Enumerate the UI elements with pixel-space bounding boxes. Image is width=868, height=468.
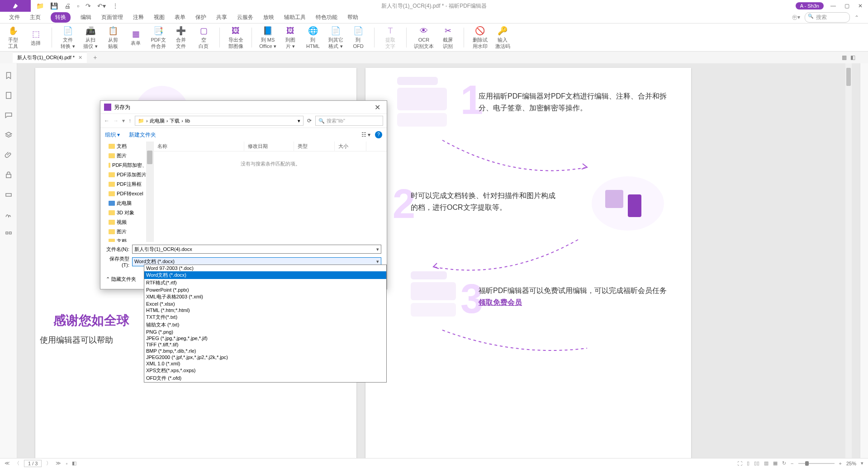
ribbon-item-0[interactable]: ✋手型 工具 <box>5 25 22 49</box>
nav-up-icon[interactable]: ↑ <box>128 118 131 124</box>
tree-scrollbar[interactable] <box>146 142 153 242</box>
dropdown-option[interactable]: PNG (*.png) <box>144 329 386 335</box>
security-icon[interactable] <box>5 171 13 179</box>
form-icon[interactable] <box>5 231 13 239</box>
last-page-icon[interactable]: ≫ <box>56 460 61 466</box>
nav-forward-icon[interactable]: → <box>113 118 119 124</box>
language-icon[interactable]: ㊥▾ <box>792 14 800 21</box>
page-indicator[interactable]: 1 / 3 <box>24 460 42 467</box>
view-mode-icon[interactable]: ☷ ▾ <box>361 132 370 138</box>
menu-search-input[interactable]: 搜索 <box>805 12 850 23</box>
menu-protect[interactable]: 保护 <box>195 14 206 21</box>
dropdown-option[interactable]: HTML (*.htm;*.html) <box>144 307 386 313</box>
dropdown-option[interactable]: JPEG2000 (*.jpf,*.jpx,*.jp2,*.j2k,*.jpc) <box>144 354 386 360</box>
dropdown-option[interactable]: Excel (*.xlsx) <box>144 301 386 307</box>
tree-item[interactable]: PDF注释框 <box>100 180 153 189</box>
tree-item[interactable]: PDF添加图片 <box>100 170 153 180</box>
panel-icon[interactable]: ◧ <box>850 54 855 61</box>
file-list-header[interactable]: 名称 修改日期 类型 大小 <box>154 142 387 151</box>
menu-page[interactable]: 页面管理 <box>101 14 123 21</box>
ribbon-item-7[interactable]: ➕合并 文件 <box>172 25 190 49</box>
ribbon-item-8[interactable]: ▢空 白页 <box>195 25 212 49</box>
menu-edit[interactable]: 编辑 <box>81 14 91 21</box>
new-tab-button[interactable]: + <box>90 54 100 61</box>
comments-icon[interactable] <box>5 111 13 119</box>
tree-item[interactable]: 图片 <box>100 151 153 161</box>
tree-item[interactable]: 文档 <box>100 236 153 242</box>
layers-icon[interactable] <box>5 131 13 139</box>
dialog-title-bar[interactable]: 另存为 ✕ <box>100 101 387 113</box>
ribbon-item-4[interactable]: 📋从剪 贴板 <box>104 25 122 49</box>
zoom-in-icon[interactable]: + <box>839 461 842 466</box>
redo-icon[interactable]: ↷ <box>85 2 91 9</box>
dropdown-option[interactable]: OFD文件 (*.ofd) <box>144 374 386 382</box>
help-icon[interactable]: ? <box>375 131 382 138</box>
organize-button[interactable]: 组织 ▾ <box>105 131 120 139</box>
new-folder-button[interactable]: 新建文件夹 <box>129 131 156 139</box>
minimize-button[interactable]: — <box>829 2 837 10</box>
ribbon-item-11[interactable]: 🖼到图 片 ▾ <box>282 25 299 49</box>
ribbon-item-15[interactable]: T提取 文字 <box>382 25 399 49</box>
ribbon-item-17[interactable]: ✂截屏 识别 <box>439 25 456 49</box>
col-type[interactable]: 类型 <box>294 142 335 151</box>
expand-icon[interactable]: ⛶ <box>737 461 742 466</box>
nav-back-icon[interactable]: ← <box>104 118 109 124</box>
menu-share[interactable]: 共享 <box>216 14 227 21</box>
menu-form[interactable]: 表单 <box>175 14 185 21</box>
filename-input[interactable]: 新人引导(1)_OCR(4).docx <box>132 245 381 254</box>
dropdown-option[interactable]: JPEG (*.jpg,*.jpeg,*.jpe,*.jif) <box>144 335 386 341</box>
dropdown-option[interactable]: TIFF (*.tiff,*.tif) <box>144 341 386 348</box>
dropdown-option[interactable]: XPS文档(*.xps,*.oxps) <box>144 367 386 374</box>
attachments-icon[interactable] <box>5 151 13 159</box>
ribbon-item-18[interactable]: 🚫删除试 用水印 <box>471 25 489 49</box>
ribbon-item-1[interactable]: ⬚选择 <box>27 28 44 46</box>
ribbon-item-13[interactable]: 📄到其它 格式 ▾ <box>327 25 344 49</box>
path-breadcrumb[interactable]: 📁 › 此电脑› 下载› lib ▾ <box>135 116 304 126</box>
membership-link[interactable]: 领取免费会员 <box>479 298 522 306</box>
bookmark-icon[interactable] <box>5 71 13 80</box>
ribbon-item-19[interactable]: 🔑输入 激活码 <box>494 25 511 49</box>
dialog-close-button[interactable]: ✕ <box>372 103 383 112</box>
menu-convert[interactable]: 转换 <box>51 12 71 23</box>
view-cont-icon[interactable]: ▯▯ <box>754 460 759 466</box>
refresh-icon[interactable]: ⟳ <box>307 118 312 124</box>
col-date[interactable]: 修改日期 <box>244 142 294 151</box>
ribbon-item-10[interactable]: 📘到 MS Office ▾ <box>259 25 276 49</box>
menu-file[interactable]: 文件 <box>9 14 20 21</box>
dropdown-option[interactable]: TXT文件(*.txt) <box>144 313 386 321</box>
menu-view[interactable]: 视图 <box>154 14 165 21</box>
view-facing-icon[interactable]: ▥ <box>764 460 768 466</box>
tab-close-icon[interactable]: ✕ <box>78 55 82 61</box>
file-list[interactable]: 名称 修改日期 类型 大小 没有与搜索条件匹配的项。 <box>154 142 387 242</box>
maximize-button[interactable]: ▢ <box>843 2 851 10</box>
zoom-out-icon[interactable]: − <box>791 461 793 466</box>
nav-icon[interactable]: ▫ <box>66 461 67 466</box>
nav-icon-2[interactable]: ◧ <box>72 460 76 466</box>
dialog-search-input[interactable]: 🔍搜索"lib" <box>315 116 383 126</box>
dropdown-option[interactable]: BMP (*.bmp,*.dib,*.rle) <box>144 348 386 354</box>
rotate-icon[interactable]: ↻ <box>782 460 786 466</box>
hide-folders-toggle[interactable]: ⌃ 隐藏文件夹 <box>106 276 136 283</box>
ribbon-item-5[interactable]: ▦表单 <box>127 28 144 46</box>
page-icon[interactable]: ▫ <box>77 2 79 9</box>
menu-features[interactable]: 特色功能 <box>316 14 337 21</box>
open-icon[interactable]: 📁 <box>36 2 44 9</box>
prev-page-icon[interactable]: 〈 <box>14 460 19 467</box>
tree-item[interactable]: 视频 <box>100 217 153 227</box>
fields-icon[interactable] <box>5 191 13 199</box>
dropdown-option[interactable]: XML电子表格2003 (*.xml) <box>144 293 386 301</box>
dropdown-option[interactable]: Word 97-2003 (*.doc) <box>144 265 386 271</box>
ribbon-item-2[interactable]: 📄文件 转换 ▾ <box>59 25 76 49</box>
tree-item[interactable]: 图片 <box>100 227 153 236</box>
ribbon-item-16[interactable]: 👁OCR 识别文本 <box>414 25 434 49</box>
print-icon[interactable]: 🖨 <box>64 2 71 9</box>
menu-comment[interactable]: 注释 <box>133 14 144 21</box>
pages-icon[interactable] <box>5 91 13 99</box>
menu-home[interactable]: 主页 <box>30 14 41 21</box>
ribbon-item-3[interactable]: 📠从扫 描仪 ▾ <box>82 25 99 49</box>
menu-cloud[interactable]: 云服务 <box>237 14 253 21</box>
dropdown-option[interactable]: 辅助文本 (*.txt) <box>144 321 386 329</box>
view-cont-facing-icon[interactable]: ▦ <box>773 460 778 466</box>
vertical-scrollbar[interactable] <box>845 63 852 458</box>
nav-history-icon[interactable]: ▾ <box>122 118 125 124</box>
